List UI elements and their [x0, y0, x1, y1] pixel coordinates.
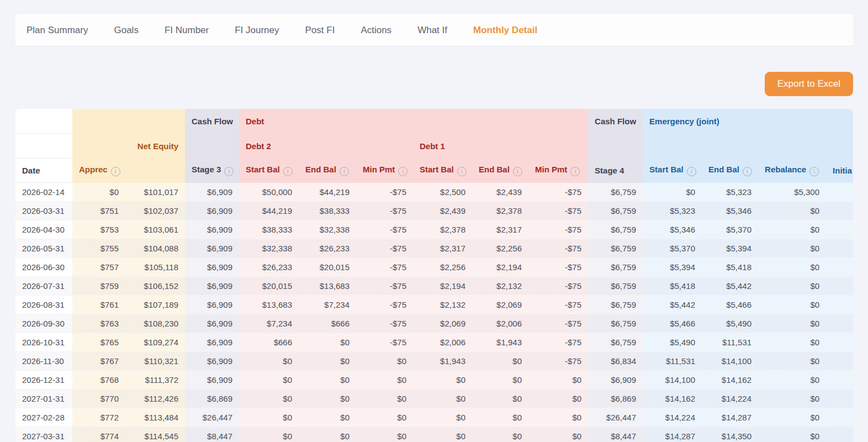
info-icon[interactable]: i	[398, 167, 407, 176]
tab-post-fi[interactable]: Post FI	[305, 25, 335, 36]
value-cell: $38,333	[239, 220, 299, 239]
value-cell: $6,759	[588, 333, 643, 352]
value-cell: $107,189	[125, 296, 185, 314]
table-body: 2026-02-14$0$101,017$6,909$50,000$44,219…	[15, 183, 853, 442]
table-row: 2026-03-31$751$102,037$6,909$44,219$38,3…	[15, 202, 853, 220]
value-cell	[826, 390, 853, 408]
value-cell	[826, 239, 853, 258]
tab-monthly-detail[interactable]: Monthly Detail	[473, 25, 537, 36]
value-cell: $14,162	[702, 371, 758, 390]
value-cell: $765	[72, 333, 125, 352]
value-cell: $0	[299, 390, 356, 408]
tab-what-if[interactable]: What If	[417, 25, 447, 36]
value-cell: $20,015	[299, 258, 356, 277]
info-icon[interactable]: i	[570, 167, 580, 176]
value-cell	[826, 427, 853, 442]
value-cell: $2,132	[472, 277, 528, 296]
value-cell: $2,006	[472, 314, 528, 333]
value-cell: $0	[758, 239, 826, 258]
column-subgroup-spacer	[185, 134, 239, 159]
table-row: 2027-03-31$774$114,545$8,447$0$0$0$0$0$0…	[15, 427, 853, 442]
value-cell: $111,372	[125, 371, 185, 390]
value-cell: $7,234	[299, 296, 356, 314]
value-cell	[826, 220, 853, 239]
value-cell: $6,909	[185, 183, 239, 202]
info-icon[interactable]: i	[111, 167, 120, 176]
date-cell: 2026-11-30	[15, 352, 72, 371]
info-icon[interactable]: i	[809, 167, 819, 176]
value-cell: $2,069	[413, 314, 472, 333]
column-group-cash-flow: Cash Flow	[588, 109, 643, 134]
value-cell: $0	[356, 408, 413, 427]
column-subgroup-debt-2: Debt 2	[239, 134, 413, 159]
value-cell: $108,230	[125, 314, 185, 333]
tab-fi-number[interactable]: FI Number	[165, 25, 209, 36]
value-cell: $6,909	[185, 296, 239, 314]
column-header-label: Min Pmt	[535, 165, 567, 174]
value-cell: $5,370	[702, 220, 758, 239]
value-cell: $11,531	[643, 352, 702, 371]
tab-actions[interactable]: Actions	[361, 25, 391, 36]
value-cell: $5,466	[702, 296, 758, 314]
value-cell: $0	[299, 333, 356, 352]
value-cell: $8,447	[185, 427, 239, 442]
value-cell: $0	[528, 371, 588, 390]
value-cell: $105,118	[125, 258, 185, 277]
value-cell: $13,683	[299, 277, 356, 296]
date-cell: 2026-09-30	[15, 314, 72, 333]
info-icon[interactable]: i	[457, 167, 467, 176]
value-cell: $104,088	[125, 239, 185, 258]
value-cell: $0	[413, 408, 472, 427]
tab-goals[interactable]: Goals	[114, 25, 138, 36]
column-header-row: DateAppreciStage 3iStart BaliEnd BaliMin…	[15, 159, 853, 183]
value-cell: $2,194	[472, 258, 528, 277]
table-header: Cash FlowDebtCash FlowEmergency (joint)N…	[15, 109, 853, 183]
value-cell: $763	[72, 314, 125, 333]
info-icon[interactable]: i	[687, 167, 696, 176]
value-cell	[826, 352, 853, 371]
value-cell: -$75	[356, 333, 413, 352]
table-row: 2026-07-31$759$106,152$6,909$20,015$13,6…	[15, 277, 853, 296]
column-header-label: Start Bal	[420, 165, 454, 174]
info-icon[interactable]: i	[340, 167, 349, 176]
value-cell: $109,274	[125, 333, 185, 352]
column-subgroup-row: Net EquityDebt 2Debt 1	[15, 134, 853, 159]
info-icon[interactable]: i	[743, 167, 752, 176]
value-cell: $0	[413, 427, 472, 442]
info-icon[interactable]: i	[283, 167, 293, 176]
value-cell	[826, 277, 853, 296]
value-cell: $666	[299, 314, 356, 333]
value-cell: $6,869	[588, 390, 643, 408]
date-cell: 2026-10-31	[15, 333, 72, 352]
value-cell: $5,466	[643, 314, 702, 333]
column-subgroup-label: Debt 1	[420, 141, 445, 151]
tab-plan-summary[interactable]: Plan Summary	[27, 25, 88, 36]
value-cell: -$75	[528, 314, 588, 333]
column-header-end-bal: End Bali	[299, 159, 356, 183]
value-cell: $32,338	[299, 220, 356, 239]
value-cell: $5,346	[702, 202, 758, 220]
tab-fi-journey[interactable]: FI Journey	[235, 25, 279, 36]
column-header-stage-3: Stage 3i	[185, 159, 239, 183]
value-cell: $14,224	[702, 390, 758, 408]
value-cell: $26,447	[185, 408, 239, 427]
value-cell: -$75	[528, 352, 588, 371]
column-header-label: Apprec	[79, 165, 108, 174]
value-cell: $14,287	[643, 427, 702, 442]
value-cell: $0	[758, 333, 826, 352]
info-icon[interactable]: i	[224, 167, 234, 176]
value-cell: $5,442	[702, 277, 758, 296]
value-cell: $0	[239, 352, 299, 371]
column-header-stage-4: Stage 4	[588, 159, 643, 183]
export-to-excel-button[interactable]: Export to Excel	[765, 72, 853, 96]
value-cell: $112,426	[125, 390, 185, 408]
value-cell: $0	[472, 352, 528, 371]
value-cell: $0	[413, 390, 472, 408]
column-header-initia: Initia	[826, 159, 853, 183]
value-cell: $0	[758, 277, 826, 296]
info-icon[interactable]: i	[513, 167, 522, 176]
value-cell: $6,834	[588, 352, 643, 371]
value-cell	[826, 296, 853, 314]
value-cell: $6,909	[185, 352, 239, 371]
value-cell: $2,439	[413, 202, 472, 220]
